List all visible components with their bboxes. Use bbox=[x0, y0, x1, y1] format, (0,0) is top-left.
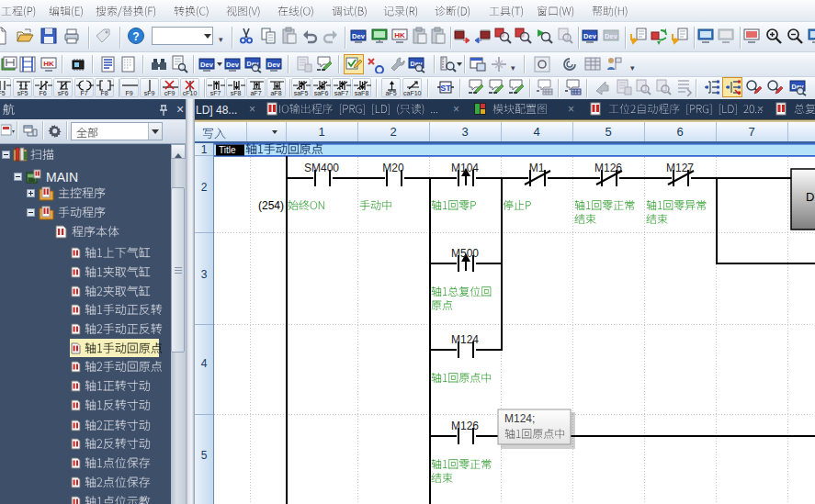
svg-text:M20: M20 bbox=[382, 162, 404, 174]
svg-text:SM400: SM400 bbox=[304, 162, 339, 174]
svg-text:1: 1 bbox=[201, 143, 208, 156]
svg-text:M124: M124 bbox=[451, 333, 479, 346]
svg-text:5: 5 bbox=[201, 449, 208, 462]
svg-text:Title: Title bbox=[219, 145, 236, 155]
svg-text:M1: M1 bbox=[529, 162, 545, 174]
svg-text:4: 4 bbox=[201, 357, 208, 370]
svg-text:(254): (254) bbox=[258, 199, 284, 212]
svg-text:M127: M127 bbox=[666, 162, 694, 174]
svg-text:M500: M500 bbox=[451, 247, 479, 260]
svg-text:M126: M126 bbox=[451, 420, 479, 432]
svg-text:M104: M104 bbox=[451, 162, 479, 174]
svg-text:D: D bbox=[806, 190, 814, 204]
svg-text:2: 2 bbox=[201, 181, 208, 194]
svg-text:M124;: M124; bbox=[504, 412, 535, 425]
svg-text:M126: M126 bbox=[594, 162, 622, 174]
svg-text:3: 3 bbox=[201, 268, 208, 281]
